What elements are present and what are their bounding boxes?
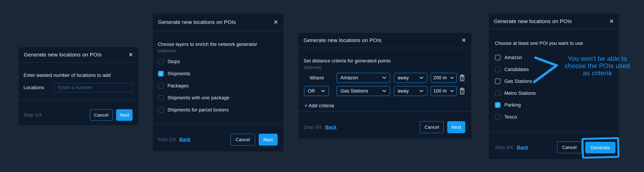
- checkbox-row-amazon[interactable]: ✓ Amazon: [495, 55, 522, 60]
- section-label: Choose at least one POI you want to use: [495, 41, 583, 46]
- checkbox-row-tesco[interactable]: ✓ Tesco: [495, 114, 517, 120]
- step-indicator: Step 4/4: [495, 145, 513, 150]
- modal-title: Generate new locations on POIs: [158, 19, 236, 25]
- checkbox-label: Stops: [168, 59, 180, 64]
- locations-field-label: Locations: [24, 85, 44, 91]
- checkbox-row-packages[interactable]: ✓ Packages: [158, 83, 189, 89]
- checkbox-label: Gas Stations: [504, 79, 532, 84]
- checkbox-label: Amazon: [504, 55, 522, 60]
- add-criteria-button[interactable]: + Add criteria: [304, 103, 334, 109]
- footer-divider: [488, 131, 619, 132]
- chevron-down-icon: [450, 77, 454, 79]
- relation-select[interactable]: away: [394, 86, 428, 96]
- next-button-label: Next: [120, 112, 129, 118]
- locations-input[interactable]: [54, 83, 132, 92]
- chevron-down-icon: [382, 76, 386, 79]
- close-icon[interactable]: ✕: [128, 52, 133, 57]
- distance-select[interactable]: 200 m: [430, 73, 457, 83]
- trash-icon: [459, 88, 465, 95]
- operator-select[interactable]: OR: [304, 86, 329, 96]
- app-background: Generate new locations on POIs ✕ Enter w…: [0, 0, 644, 172]
- modal-step-1: Generate new locations on POIs ✕ Enter w…: [18, 47, 138, 125]
- where-label: Where: [310, 75, 324, 81]
- close-icon[interactable]: ✕: [462, 37, 466, 43]
- checkbox-row-shipments[interactable]: ✓ Shipments: [158, 71, 190, 76]
- step-indicator: Step 2/4: [158, 137, 176, 142]
- footer-divider: [18, 99, 138, 100]
- checkbox-unchecked-icon[interactable]: ✓: [158, 95, 164, 101]
- checkbox-unchecked-icon[interactable]: ✓: [495, 78, 500, 84]
- checkbox-unchecked-icon[interactable]: ✓: [495, 55, 500, 60]
- checkbox-unchecked-icon[interactable]: ✓: [495, 67, 500, 72]
- footer-divider: [153, 123, 284, 124]
- generate-button-label: Generate: [591, 145, 610, 150]
- modal-title: Generate new locations on POIs: [494, 18, 572, 24]
- delete-criteria-button[interactable]: [459, 88, 465, 95]
- checkbox-row-metro-stations[interactable]: ✓ Metro Stations: [495, 91, 536, 96]
- checkbox-label: Parking: [504, 102, 521, 108]
- delete-criteria-button[interactable]: [459, 74, 465, 81]
- checkbox-row-shipments-one-package[interactable]: ✓ Shipments with one package: [158, 95, 230, 101]
- checkbox-row-shipments-parcel-lockers[interactable]: ✓ Shipments for parcel lockers: [158, 107, 229, 113]
- checkbox-label: Shipments for parcel lockers: [168, 107, 229, 113]
- chevron-down-icon: [382, 90, 386, 92]
- checkbox-unchecked-icon[interactable]: ✓: [495, 114, 500, 120]
- annotation-note: You won't be able to choose the POIs use…: [562, 55, 632, 77]
- checkbox-unchecked-icon[interactable]: ✓: [158, 107, 164, 113]
- checkbox-checked-icon[interactable]: ✓: [495, 102, 500, 108]
- checkbox-unchecked-icon[interactable]: ✓: [495, 91, 500, 96]
- distance-select-value: 100 m: [433, 88, 447, 94]
- checkbox-row-candidates[interactable]: ✓ Candidates: [495, 67, 529, 72]
- checkbox-row-stops[interactable]: ✓ Stops: [158, 59, 180, 64]
- modal-title: Generate new locations on POIs: [304, 37, 382, 43]
- checkbox-row-parking[interactable]: ✓ Parking: [495, 102, 521, 108]
- checkbox-row-gas-stations[interactable]: ✓ Gas Stations: [495, 78, 532, 84]
- poi-select[interactable]: Amazon: [336, 73, 390, 83]
- cancel-button[interactable]: Cancel: [230, 134, 255, 146]
- modal-header: Generate new locations on POIs ✕: [298, 33, 472, 48]
- next-button[interactable]: Next: [116, 109, 132, 121]
- modal-header: Generate new locations on POIs ✕: [18, 47, 138, 63]
- checkbox-label: Shipments: [168, 71, 190, 76]
- checkbox-checked-icon[interactable]: ✓: [158, 71, 164, 76]
- back-link[interactable]: Back: [325, 125, 336, 130]
- annotation-line: as criteria: [583, 69, 612, 77]
- optional-label: (optional): [304, 65, 322, 70]
- checkbox-label: Tesco: [504, 114, 517, 120]
- cancel-button[interactable]: Cancel: [420, 121, 444, 133]
- modal-title: Generate new locations on POIs: [24, 52, 102, 58]
- cancel-button[interactable]: Cancel: [90, 109, 113, 121]
- modal-header: Generate new locations on POIs ✕: [153, 13, 284, 31]
- cancel-button-label: Cancel: [94, 112, 108, 118]
- modal-step-2: Generate new locations on POIs ✕ Choose …: [152, 13, 284, 152]
- footer-divider: [298, 111, 472, 112]
- relation-select[interactable]: away: [394, 73, 428, 83]
- close-icon[interactable]: ✕: [274, 19, 278, 25]
- checkmark-icon: ✓: [496, 103, 499, 107]
- generate-button[interactable]: Generate: [585, 142, 616, 153]
- back-link[interactable]: Back: [517, 145, 528, 150]
- next-button[interactable]: Next: [259, 134, 278, 146]
- distance-select[interactable]: 100 m: [430, 86, 457, 96]
- next-button-label: Next: [264, 137, 273, 142]
- checkbox-label: Shipments with one package: [168, 95, 230, 101]
- section-label: Set distance criteria for generated poin…: [304, 58, 391, 64]
- next-button[interactable]: Next: [447, 121, 465, 133]
- close-icon[interactable]: ✕: [609, 19, 614, 24]
- distance-select-value: 200 m: [433, 75, 447, 80]
- chevron-down-icon: [321, 90, 325, 92]
- relation-select-value: away: [398, 75, 409, 80]
- optional-label: (optional): [158, 48, 176, 53]
- modal-step-4: Generate new locations on POIs ✕ Choose …: [488, 13, 619, 159]
- step-indicator: Step 3/4: [304, 125, 322, 130]
- operator-select-value: OR: [308, 88, 315, 94]
- cancel-button[interactable]: Cancel: [557, 141, 582, 153]
- checkbox-unchecked-icon[interactable]: ✓: [158, 83, 164, 89]
- cancel-button-label: Cancel: [562, 145, 577, 150]
- poi-select[interactable]: Gas Stations: [336, 86, 390, 96]
- poi-select-value: Amazon: [340, 75, 358, 80]
- checkbox-unchecked-icon[interactable]: ✓: [158, 59, 164, 64]
- annotation-arrow-icon: [532, 54, 560, 85]
- back-link[interactable]: Back: [179, 137, 191, 142]
- relation-select-value: away: [398, 88, 409, 94]
